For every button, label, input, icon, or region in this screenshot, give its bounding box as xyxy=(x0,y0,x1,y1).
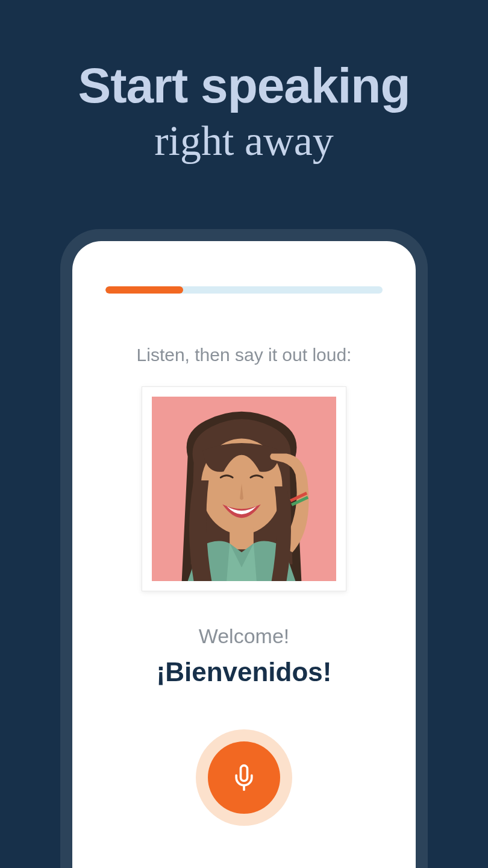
lesson-progress-bar[interactable] xyxy=(105,286,383,294)
lesson-progress-fill xyxy=(105,286,183,294)
lesson-instruction: Listen, then say it out loud: xyxy=(137,345,352,365)
microphone-button[interactable] xyxy=(196,729,292,826)
promo-heading: Start speaking right away xyxy=(0,0,488,165)
lesson-image-card[interactable] xyxy=(142,386,346,591)
lesson-image xyxy=(152,397,336,581)
phone-screen: Listen, then say it out loud: xyxy=(72,241,416,868)
heading-line-1: Start speaking xyxy=(0,57,488,114)
heading-line-2: right away xyxy=(0,117,488,165)
target-phrase-label: ¡Bienvenidos! xyxy=(157,657,332,687)
person-photo-illustration xyxy=(152,397,336,581)
translation-label: Welcome! xyxy=(199,624,290,648)
microphone-button-inner xyxy=(208,741,280,814)
phone-mockup-frame: Listen, then say it out loud: xyxy=(60,229,428,868)
microphone-icon xyxy=(231,764,257,791)
